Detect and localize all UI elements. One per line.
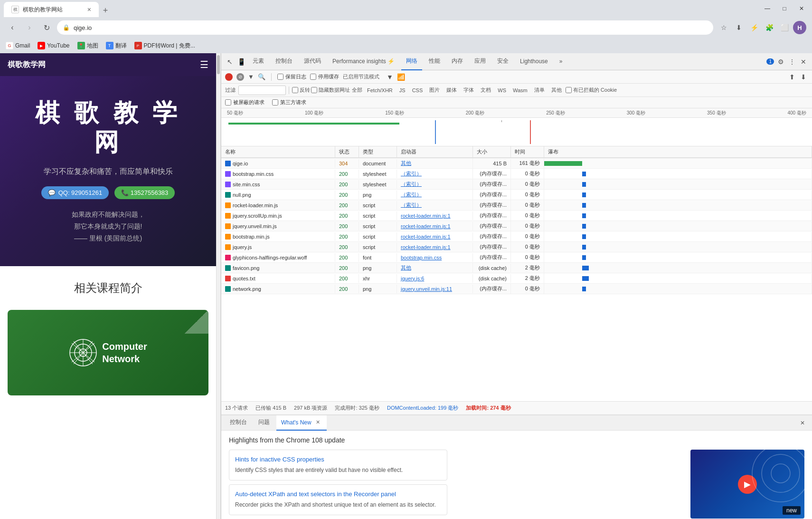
filter-input[interactable] [238,86,286,95]
preserve-log-input[interactable] [277,74,283,80]
back-button[interactable]: ‹ [6,21,19,34]
th-name[interactable]: 名称 [221,146,335,157]
type-font[interactable]: 字体 [461,86,477,95]
type-manifest[interactable]: 清单 [531,86,548,95]
disable-cache-checkbox[interactable]: 停用缓存 [310,73,339,80]
active-tab[interactable]: 棋 棋歌的教学网站 × [4,2,99,17]
device-toggle-icon[interactable]: 📱 [236,57,246,67]
scrollbar-thumb[interactable] [217,55,220,74]
highlight-video[interactable]: ▶ new [690,450,804,519]
tab-application[interactable]: 应用 [470,53,491,70]
type-js[interactable]: JS [397,86,408,94]
table-row[interactable]: site.min.css 200 stylesheet （索引） (内存缓存..… [221,179,812,190]
search-button[interactable]: 🔍 [258,73,265,80]
bookmark-translate[interactable]: T 翻译 [106,42,127,50]
qq-contact-button[interactable]: 💬 QQ: 929051261 [41,186,109,199]
table-row[interactable]: quotes.txt 200 xhr jquery.js:6 (disk cac… [221,273,812,284]
devtools-toggle[interactable]: ⬜ [778,21,791,34]
new-tab-button[interactable]: + [99,4,112,17]
type-doc[interactable]: 文档 [478,86,494,95]
throttle-dropdown[interactable]: ▼ [385,72,395,82]
th-status[interactable]: 状态 [335,146,359,157]
filter-icon[interactable]: ▼ [248,73,254,80]
page-scrollbar[interactable] [216,53,221,519]
table-row[interactable]: favicon.png 200 png 其他 (disk cache) 2 毫秒 [221,263,812,273]
third-party-checkbox[interactable]: 第三方请求 [272,99,306,106]
maximize-button[interactable]: □ [778,2,791,15]
hidden-requests-checkbox[interactable]: 被屏蔽的请求 [225,99,264,106]
type-fetch-xhr[interactable]: Fetch/XHR [364,86,396,94]
table-row[interactable]: rocket-loader.min.js 200 script （索引） (内存… [221,200,812,211]
import-button[interactable]: ⬆ [787,72,797,82]
profile-avatar[interactable]: H [793,21,806,34]
save-button[interactable]: ⬇ [732,21,746,34]
tab-console-bottom[interactable]: 控制台 [225,415,252,431]
table-row[interactable]: bootstrap.min.js 200 script rocket-loade… [221,231,812,242]
minimize-button[interactable]: — [761,2,774,15]
tab-security[interactable]: 安全 [492,53,513,70]
hamburger-menu[interactable]: ☰ [200,59,208,70]
tab-more[interactable]: » [555,53,567,70]
type-ws[interactable]: WS [495,86,509,94]
card-2-title[interactable]: Auto-detect XPath and text selectors in … [235,490,441,498]
blocked-cookies-checkbox[interactable]: 有已拦截的 Cookie [566,86,617,94]
invert-checkbox[interactable]: 反转 [292,86,310,94]
reload-button[interactable]: ↻ [40,21,53,34]
table-row[interactable]: jquery.unveil.min.js 200 script rocket-l… [221,221,812,231]
th-waterfall[interactable]: 瀑布 [544,146,812,157]
type-wasm[interactable]: Wasm [510,86,530,94]
highlight-card-1[interactable]: Hints for inactive CSS properties Identi… [229,450,447,481]
tab-lighthouse[interactable]: Lighthouse [515,53,553,70]
disable-cache-input[interactable] [310,74,316,80]
address-bar[interactable]: 🔒 qige.io [57,20,713,35]
tab-performance-insights[interactable]: Performance insights ⚡ [328,53,399,70]
bookmark-maps[interactable]: 📍 地图 [77,42,98,50]
highlight-card-2[interactable]: Auto-detect XPath and text selectors in … [229,484,447,515]
record-button[interactable] [225,73,233,81]
more-options-icon[interactable]: ⋮ [787,57,797,67]
type-css[interactable]: CSS [409,86,426,94]
tab-issues-bottom[interactable]: 问题 [254,415,274,431]
tab-console[interactable]: 控制台 [271,53,297,70]
type-img[interactable]: 图片 [426,86,443,95]
bookmark-star-button[interactable]: ☆ [717,21,730,34]
th-time[interactable]: 时间 [511,146,544,157]
wifi-icon[interactable]: 📶 [397,72,406,82]
tab-sources[interactable]: 源代码 [299,53,326,70]
table-row[interactable]: glyphicons-halflings-regular.woff 200 fo… [221,252,812,263]
table-row[interactable]: null.png 200 png （索引） (内存缓存... 0 毫秒 [221,190,812,200]
close-whats-new-button[interactable]: ✕ [314,419,322,426]
type-other[interactable]: 其他 [548,86,565,95]
table-row[interactable]: bootstrap.min.css 200 stylesheet （索引） (内… [221,169,812,179]
table-row[interactable]: qige.io 304 document 其他 415 B 161 毫秒 [221,158,812,169]
phone-contact-button[interactable]: 📞 13527556383 [114,186,175,199]
th-type[interactable]: 类型 [359,146,397,157]
bookmark-pdf[interactable]: P PDF转Word | 免费... [134,42,195,50]
tab-elements[interactable]: 元素 [248,53,269,70]
tab-performance[interactable]: 性能 [424,53,445,70]
bookmark-gmail[interactable]: G Gmail [6,42,30,49]
close-bottom-panel-button[interactable]: ✕ [797,417,808,429]
tab-whats-new[interactable]: What's New ✕ [276,415,327,431]
inspect-element-icon[interactable]: ↖ [225,57,235,67]
table-row[interactable]: jquery.scrollUp.min.js 200 script rocket… [221,211,812,221]
preserve-log-checkbox[interactable]: 保留日志 [277,73,306,80]
extensions-button[interactable]: 🧩 [763,21,776,34]
stop-button[interactable]: ⊘ [236,73,244,81]
course-card[interactable]: ComputerNetwork [8,310,208,395]
table-row[interactable]: network.png 200 png jquery.unveil.min.js… [221,284,812,294]
forward-button[interactable]: › [23,21,36,34]
export-button[interactable]: ⬇ [799,72,808,82]
type-media[interactable]: 媒体 [444,86,460,95]
bookmark-youtube[interactable]: ▶ YouTube [38,42,69,49]
card-1-title[interactable]: Hints for inactive CSS properties [235,456,441,463]
th-initiator[interactable]: 启动器 [397,146,473,157]
tab-memory[interactable]: 内存 [447,53,468,70]
th-size[interactable]: 大小 [473,146,511,157]
hide-data-url-checkbox[interactable]: 隐藏数据网址 [311,86,350,94]
table-row[interactable]: jquery.js 200 script rocket-loader.min.j… [221,242,812,252]
profile-menu-button[interactable]: ⚡ [747,21,761,34]
settings-icon[interactable]: ⚙ [776,57,785,67]
close-devtools-icon[interactable]: ✕ [799,57,808,67]
close-button[interactable]: ✕ [795,2,808,15]
